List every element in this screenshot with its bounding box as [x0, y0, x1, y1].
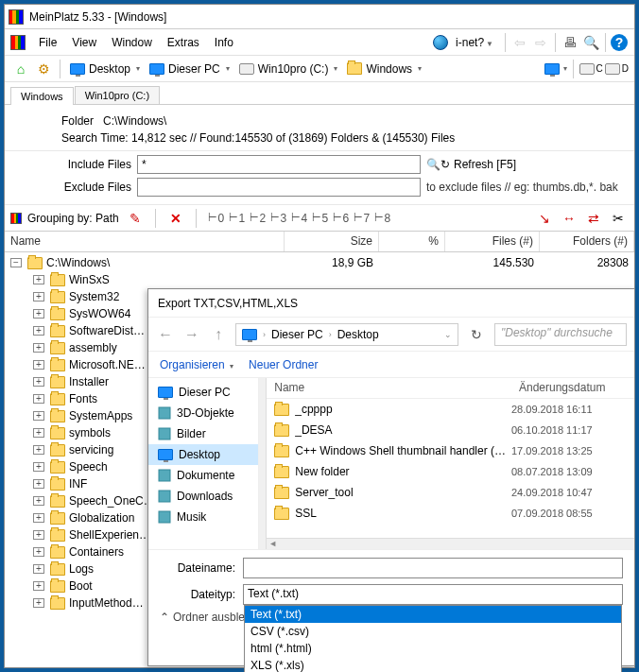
expander-icon[interactable]: +	[33, 479, 44, 489]
list-item[interactable]: C++ Windows Shell thumbnail handler (…17…	[267, 440, 634, 461]
up-icon[interactable]: ↑	[209, 326, 228, 343]
tab-windows[interactable]: Windows	[10, 87, 74, 105]
search-icon[interactable]: 🔍	[581, 33, 600, 52]
expander-icon[interactable]: +	[33, 309, 44, 319]
expander-icon[interactable]: +	[33, 428, 44, 438]
menu-view[interactable]: View	[64, 32, 104, 53]
level-4[interactable]: ⊢4	[290, 209, 309, 228]
help-icon[interactable]: ?	[611, 34, 628, 51]
filetype-option[interactable]: CSV (*.csv)	[245, 623, 621, 640]
refresh-icon[interactable]: ↻	[467, 325, 486, 344]
h-scrollbar[interactable]: ◄	[267, 538, 634, 549]
expander-icon[interactable]: +	[33, 360, 44, 370]
screen-icon[interactable]	[544, 63, 560, 75]
menu-file[interactable]: File	[31, 32, 64, 53]
crumb-folder[interactable]: Windows▾	[343, 62, 425, 76]
crumb-pc[interactable]: Dieser PC▾	[146, 62, 233, 76]
crumb-drive[interactable]: Win10pro (C:)▾	[235, 62, 342, 76]
expander-icon[interactable]: +	[33, 564, 44, 574]
address-bar[interactable]: › Dieser PC › Desktop ⌄	[235, 323, 458, 346]
search-input[interactable]: "Desktop" durchsuche	[494, 323, 627, 346]
filename-input[interactable]	[243, 558, 623, 578]
level-1[interactable]: ⊢1	[228, 209, 247, 228]
expander-icon[interactable]: +	[33, 343, 44, 353]
drive-d-icon[interactable]	[605, 63, 620, 75]
table-row[interactable]: − C:\Windows\ 18,9 GB 145.530 28308	[5, 254, 634, 271]
list-item[interactable]: _DESA06.10.2018 11:17	[267, 420, 634, 440]
level-3[interactable]: ⊢3	[269, 209, 288, 228]
organize-button[interactable]: Organisieren ▾	[160, 358, 233, 371]
filetype-option[interactable]: Text (*.txt)	[245, 606, 621, 623]
list-item[interactable]: New folder08.07.2018 13:09	[267, 461, 634, 482]
menu-window[interactable]: Window	[104, 32, 160, 53]
home-icon[interactable]: ⌂	[11, 60, 30, 78]
expander-icon[interactable]: +	[33, 377, 44, 387]
sidebar-item[interactable]: 3D-Objekte	[148, 403, 258, 423]
col-size[interactable]: Size	[285, 232, 379, 251]
expander-icon[interactable]: −	[10, 258, 22, 267]
sidebar-item[interactable]: Dieser PC	[148, 382, 258, 403]
refresh-icon[interactable]: 🔍↻	[426, 158, 450, 171]
action-4-icon[interactable]: ✂	[609, 209, 628, 228]
col-name[interactable]: Name	[267, 378, 511, 398]
expander-icon[interactable]: +	[33, 394, 44, 404]
col-folders[interactable]: Folders (#)	[540, 232, 634, 251]
filetype-option[interactable]: html (*.html)	[245, 640, 621, 657]
exclude-input[interactable]	[137, 178, 421, 197]
list-item[interactable]: Server_tool24.09.2018 10:47	[267, 482, 634, 503]
table-row[interactable]: +WinSxS	[5, 271, 634, 288]
action-2-icon[interactable]: ↔	[560, 209, 579, 228]
edit-icon[interactable]: ✎	[126, 209, 145, 228]
expander-icon[interactable]: +	[33, 411, 44, 421]
expander-icon[interactable]: +	[33, 462, 44, 472]
crumb-desktop[interactable]: Desktop	[337, 328, 379, 341]
menu-info[interactable]: Info	[207, 32, 241, 53]
back-icon[interactable]: ←	[156, 326, 175, 343]
level-7[interactable]: ⊢7	[353, 209, 371, 228]
list-item[interactable]: _cpppp28.09.2018 16:11	[267, 399, 634, 420]
expander-icon[interactable]: +	[33, 292, 44, 302]
include-input[interactable]	[137, 155, 421, 174]
sidebar-item[interactable]: Dokumente	[148, 465, 258, 486]
expander-icon[interactable]: +	[33, 598, 44, 608]
expander-icon[interactable]: +	[33, 547, 44, 557]
crumb-pc[interactable]: Dieser PC	[271, 328, 323, 341]
expander-icon[interactable]: +	[33, 275, 44, 284]
filetype-combo[interactable]: Text (*.txt) Text (*.txt)CSV (*.csv)html…	[243, 584, 623, 605]
scrollbar[interactable]	[259, 378, 268, 549]
menu-extras[interactable]: Extras	[160, 32, 207, 53]
refresh-label[interactable]: Refresh [F5]	[454, 158, 516, 171]
sidebar-item[interactable]: Bilder	[148, 423, 258, 444]
sidebar-item[interactable]: Desktop	[148, 444, 258, 465]
expander-icon[interactable]: +	[33, 513, 44, 523]
expander-icon[interactable]: +	[33, 326, 44, 336]
level-6[interactable]: ⊢6	[332, 209, 351, 228]
col-date[interactable]: Änderungsdatum	[511, 378, 634, 398]
expander-icon[interactable]: +	[33, 530, 44, 540]
col-name[interactable]: Name	[5, 232, 285, 251]
expander-icon[interactable]: +	[33, 496, 44, 506]
new-folder-button[interactable]: Neuer Ordner	[249, 358, 318, 371]
chevron-up-icon[interactable]: ⌃	[160, 611, 169, 624]
action-3-icon[interactable]: ⇄	[584, 209, 603, 228]
drive-c-icon[interactable]	[579, 63, 595, 75]
level-5[interactable]: ⊢5	[311, 209, 330, 228]
crumb-desktop[interactable]: Desktop▾	[66, 62, 144, 76]
expander-icon[interactable]: +	[33, 445, 44, 455]
col-files[interactable]: Files (#)	[445, 232, 540, 251]
level-8[interactable]: ⊢8	[373, 209, 392, 228]
clear-icon[interactable]: ✕	[166, 209, 185, 228]
col-pct[interactable]: %	[379, 232, 445, 251]
options-icon[interactable]: ⚙	[34, 60, 53, 78]
tab-drive[interactable]: Win10pro (C:)	[75, 86, 160, 104]
chevron-down-icon[interactable]: ⌄	[444, 330, 452, 339]
inet-button[interactable]: i-net?▼	[448, 32, 501, 53]
level-0[interactable]: ⊢0	[207, 209, 226, 228]
level-2[interactable]: ⊢2	[249, 209, 268, 228]
list-item[interactable]: SSL07.09.2018 08:55	[267, 503, 634, 524]
sidebar-item[interactable]: Musik	[148, 507, 258, 527]
sidebar-item[interactable]: Downloads	[148, 486, 258, 507]
filetype-option[interactable]: XLS (*.xls)	[245, 657, 621, 672]
expander-icon[interactable]: +	[33, 581, 44, 591]
print-icon[interactable]: 🖶	[561, 33, 579, 52]
